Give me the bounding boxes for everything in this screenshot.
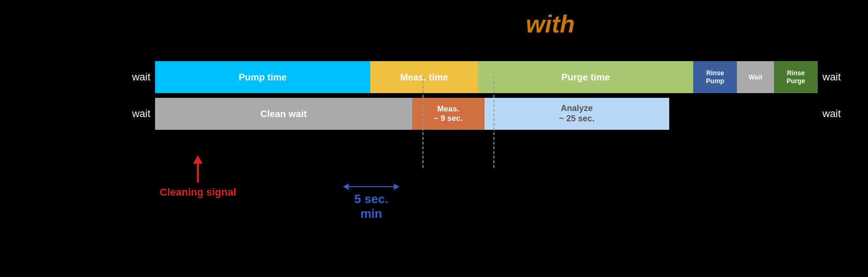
five-sec-label: 5 sec.min bbox=[354, 192, 388, 221]
cleaning-signal-arrow bbox=[160, 155, 236, 182]
row1-wait-right: wait bbox=[818, 71, 851, 83]
arrow-shaft-up bbox=[197, 164, 199, 182]
row2-wait-left: wait bbox=[122, 108, 155, 120]
clean-wait-block: Clean wait bbox=[155, 98, 412, 130]
arrow-line bbox=[349, 186, 394, 187]
five-sec-arrow-area: 5 sec.min bbox=[343, 183, 399, 221]
meas-time-block: Meas. time bbox=[370, 61, 478, 93]
arrow-head-up bbox=[193, 155, 203, 164]
diagram-container: wait Pump time Meas. time Purge time Rin… bbox=[122, 61, 851, 134]
wait-small-block: Wait bbox=[737, 61, 774, 93]
double-arrow bbox=[343, 183, 399, 190]
dashed-line-2 bbox=[493, 76, 494, 168]
arrow-head-right bbox=[394, 183, 399, 190]
with-label: with bbox=[526, 10, 572, 38]
arrow-head-left bbox=[343, 183, 349, 190]
purge-time-block: Purge time bbox=[478, 61, 693, 93]
analyze-block: Analyze~ 25 sec. bbox=[485, 98, 669, 130]
row1-wait-left: wait bbox=[122, 71, 155, 83]
dashed-line-1 bbox=[422, 76, 423, 168]
rinse-purge-block: RinsePurge bbox=[774, 61, 818, 93]
rinse-pump-block: RinsePump bbox=[693, 61, 737, 93]
row1: wait Pump time Meas. time Purge time Rin… bbox=[122, 61, 851, 93]
row2: wait Clean wait Meas.~ 9 sec. Analyze~ 2… bbox=[122, 98, 851, 130]
cleaning-signal-label: Cleaning signal bbox=[160, 186, 236, 198]
cleaning-signal-area: Cleaning signal bbox=[160, 155, 236, 198]
pump-time-block: Pump time bbox=[155, 61, 370, 93]
row1-blocks: Pump time Meas. time Purge time RinsePum… bbox=[155, 61, 818, 93]
row2-wait-right: wait bbox=[818, 108, 851, 120]
row2-blocks: Clean wait Meas.~ 9 sec. Analyze~ 25 sec… bbox=[155, 98, 818, 130]
